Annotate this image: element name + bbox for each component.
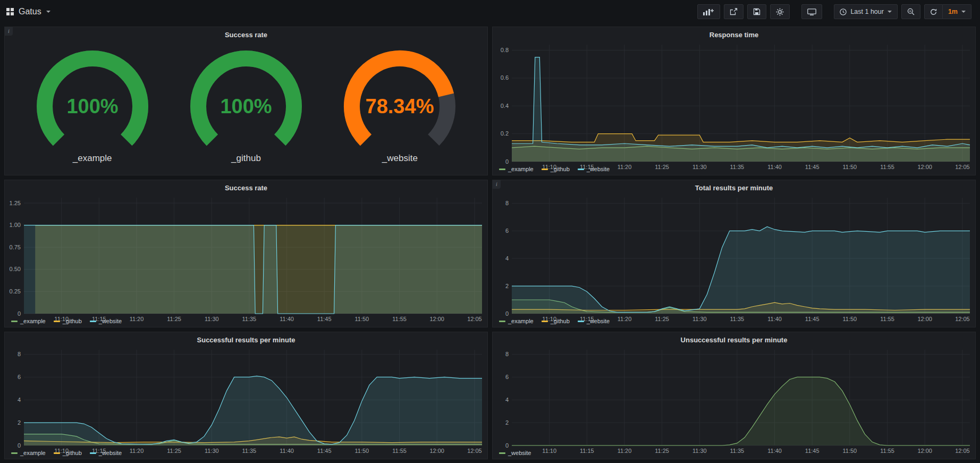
successful-results-chart[interactable]: 0246811:1011:1511:2011:2511:3011:3511:40… <box>5 346 487 449</box>
save-icon <box>753 8 761 15</box>
dashboard-title[interactable]: Gatus <box>19 7 41 16</box>
svg-text:0.6: 0.6 <box>501 74 509 81</box>
svg-text:0: 0 <box>505 158 509 165</box>
legend-label: _github <box>63 318 82 324</box>
svg-text:100%: 100% <box>66 95 118 117</box>
legend-label: _github <box>63 450 82 456</box>
info-icon[interactable]: i <box>493 180 501 189</box>
svg-text:0.50: 0.50 <box>10 266 21 272</box>
panel-title[interactable]: Success rate <box>5 27 487 40</box>
chart-legend: _example_github_website <box>493 317 975 327</box>
legend-label: _website <box>99 450 122 456</box>
success-rate-chart[interactable]: 00.250.500.751.001.2511:1011:1511:2011:2… <box>5 193 487 317</box>
zoom-out-button[interactable] <box>901 4 920 19</box>
svg-text:8: 8 <box>505 351 509 357</box>
chart-legend: _example_github_website <box>493 165 975 175</box>
legend-label: _example <box>508 318 534 324</box>
chart-legend: _example_github_website <box>5 449 487 459</box>
gauge-group: 100% _example 100% _github 78.34% _websi… <box>5 40 487 175</box>
refresh-icon <box>930 9 937 15</box>
refresh-interval-dropdown[interactable]: 1m <box>943 4 971 19</box>
legend-item-_github[interactable]: _github <box>54 318 82 324</box>
chart-canvas[interactable]: 00.20.40.60.811:1011:1511:2011:2511:3011… <box>493 40 975 171</box>
legend-item-_website[interactable]: _website <box>90 318 122 324</box>
legend-item-_website[interactable]: _website <box>90 450 122 456</box>
gauge-canvas: 100% <box>21 49 164 153</box>
panel-response-time: Response time 00.20.40.60.811:1011:1511:… <box>492 27 976 175</box>
legend-label: _example <box>508 166 534 172</box>
refresh-interval-label: 1m <box>948 8 958 15</box>
legend-item-_website[interactable]: _website <box>578 318 610 324</box>
navbar-right: Last 1 hour 1m <box>697 4 971 19</box>
dashboard-grid: i Success rate 100% _example 100% _githu… <box>0 23 980 459</box>
panel-title[interactable]: Success rate <box>5 180 487 193</box>
chart-canvas[interactable]: 00.250.500.751.001.2511:1011:1511:2011:2… <box>5 193 487 323</box>
tv-mode-icon <box>807 9 816 15</box>
total-results-chart[interactable]: 0246811:1011:1511:2011:2511:3011:3511:40… <box>493 193 975 317</box>
save-button[interactable] <box>747 4 766 19</box>
chart-canvas[interactable]: 0246811:1011:1511:2011:2511:3011:3511:40… <box>493 346 975 455</box>
legend-item-_website[interactable]: _website <box>499 450 531 456</box>
svg-text:8: 8 <box>18 351 21 357</box>
settings-button[interactable] <box>770 4 790 19</box>
response-time-chart[interactable]: 00.20.40.60.811:1011:1511:2011:2511:3011… <box>493 40 975 165</box>
add-panel-button[interactable] <box>697 4 720 19</box>
gauge-_website: 78.34% _website <box>328 49 471 164</box>
legend-item-_github[interactable]: _github <box>54 450 82 456</box>
panel-total-results: i Total results per minute 0246811:1011:… <box>492 180 976 327</box>
panel-title[interactable]: Successful results per minute <box>5 332 487 346</box>
legend-item-_example[interactable]: _example <box>11 318 46 324</box>
legend-label: _example <box>20 450 46 456</box>
svg-text:2: 2 <box>505 283 509 289</box>
time-range-picker[interactable]: Last 1 hour <box>834 4 898 19</box>
refresh-button[interactable] <box>924 4 943 19</box>
svg-text:100%: 100% <box>220 95 272 117</box>
legend-item-_github[interactable]: _github <box>542 166 570 172</box>
chart-canvas[interactable]: 0246811:1011:1511:2011:2511:3011:3511:40… <box>493 193 975 323</box>
svg-text:1.25: 1.25 <box>10 200 21 206</box>
panel-title[interactable]: Unsuccessful results per minute <box>493 332 975 346</box>
refresh-group: 1m <box>924 4 971 19</box>
unsuccessful-results-chart[interactable]: 0246811:1011:1511:2011:2511:3011:3511:40… <box>493 346 975 449</box>
navbar-left: Gatus <box>6 7 50 16</box>
svg-text:0.25: 0.25 <box>10 288 21 294</box>
svg-text:0.75: 0.75 <box>10 244 21 250</box>
gauge-canvas: 100% <box>174 49 318 153</box>
svg-text:0: 0 <box>18 310 21 317</box>
gauge-_github: 100% _github <box>174 49 318 164</box>
svg-text:8: 8 <box>505 200 509 206</box>
share-button[interactable] <box>724 4 744 19</box>
legend-item-_example[interactable]: _example <box>499 166 534 172</box>
panel-success-rate-graph: Success rate 00.250.500.751.001.2511:101… <box>4 180 488 327</box>
dashboard-caret-icon[interactable] <box>46 11 50 13</box>
legend-item-_github[interactable]: _github <box>542 318 570 324</box>
dashboard-grid-icon[interactable] <box>6 8 14 15</box>
svg-text:4: 4 <box>18 397 21 403</box>
svg-text:1.00: 1.00 <box>10 222 21 228</box>
svg-text:6: 6 <box>505 228 509 234</box>
svg-text:0: 0 <box>18 442 21 449</box>
share-icon <box>730 8 738 15</box>
svg-text:6: 6 <box>505 374 509 380</box>
legend-item-_website[interactable]: _website <box>578 166 610 172</box>
clock-icon <box>840 9 847 15</box>
legend-item-_example[interactable]: _example <box>11 450 46 456</box>
zoom-out-icon <box>907 8 915 15</box>
svg-text:0: 0 <box>505 442 509 449</box>
panel-title[interactable]: Response time <box>493 27 975 40</box>
gauge-canvas: 78.34% <box>328 49 471 153</box>
gauge-label: _github <box>231 153 261 164</box>
info-icon[interactable]: i <box>5 27 13 36</box>
legend-label: _example <box>20 318 46 324</box>
tv-mode-button[interactable] <box>801 4 822 19</box>
svg-text:78.34%: 78.34% <box>366 95 434 117</box>
panel-title[interactable]: Total results per minute <box>493 180 975 193</box>
legend-item-_example[interactable]: _example <box>499 318 534 324</box>
chart-canvas[interactable]: 0246811:1011:1511:2011:2511:3011:3511:40… <box>5 346 487 455</box>
legend-label: _github <box>551 166 570 172</box>
chart-legend: _example_github_website <box>5 317 487 327</box>
svg-text:4: 4 <box>505 255 509 262</box>
gauge-label: _example <box>73 153 112 164</box>
svg-text:0.8: 0.8 <box>501 47 509 53</box>
add-panel-icon <box>703 8 714 15</box>
